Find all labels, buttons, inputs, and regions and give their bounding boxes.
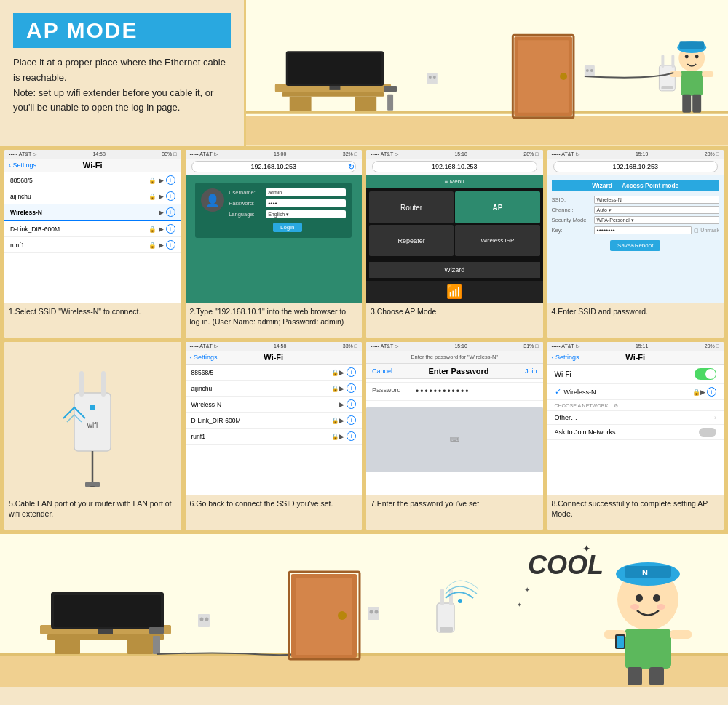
steps-row-2: wifi 5.Cable LAN port of your router wit… xyxy=(0,342,728,534)
svg-text:wifi: wifi xyxy=(87,421,98,429)
svg-rect-84 xyxy=(670,630,692,639)
svg-point-80 xyxy=(630,604,639,610)
step-5-box: wifi 5.Cable LAN port of your router wit… xyxy=(4,342,181,530)
svg-point-63 xyxy=(370,610,373,614)
svg-point-69 xyxy=(458,599,462,603)
svg-point-81 xyxy=(657,604,665,610)
svg-rect-86 xyxy=(617,636,624,648)
svg-rect-0 xyxy=(246,113,728,146)
step-3-screen: ••••• AT&T ▷15:1828% □ 192.168.10.253 ≡ … xyxy=(366,150,543,303)
step-7-screen: ••••• AT&T ▷15:1031% □ Enter the passwor… xyxy=(366,342,543,495)
svg-rect-54 xyxy=(149,627,164,634)
svg-rect-66 xyxy=(440,589,444,605)
svg-rect-4 xyxy=(282,92,384,97)
svg-rect-43 xyxy=(0,654,728,687)
step-1-caption: 1.Select SSID "Wireless-N" to connect. xyxy=(4,303,181,338)
svg-rect-33 xyxy=(702,71,713,77)
step-6-box: ••••• AT&T ▷14:5833% □ ‹ Settings Wi-Fi … xyxy=(186,342,363,530)
step-1-screen: ••••• AT&T ▷14:5833% □ ‹ Settings Wi-Fi … xyxy=(4,150,181,303)
step-8-caption: 8.Connect successfully to complete setti… xyxy=(547,495,724,530)
step-2-screen: ••••• AT&T ▷15:0032% □ 192.168.10.253 ↻ … xyxy=(186,150,363,303)
step-3-box: ••••• AT&T ▷15:1828% □ 192.168.10.253 ≡ … xyxy=(366,150,543,338)
top-left-panel: AP MODE Place it at a proper place where… xyxy=(0,0,244,146)
step-7-box: ••••• AT&T ▷15:1031% □ Enter the passwor… xyxy=(366,342,543,530)
svg-rect-31 xyxy=(681,71,703,96)
svg-point-79 xyxy=(653,594,660,602)
svg-rect-8 xyxy=(288,53,381,84)
svg-rect-87 xyxy=(628,667,642,685)
svg-rect-67 xyxy=(449,589,453,605)
svg-point-21 xyxy=(590,69,593,72)
steps-row-1: ••••• AT&T ▷14:5833% □ ‹ Settings Wi-Fi … xyxy=(0,146,728,342)
svg-rect-88 xyxy=(649,667,664,685)
bottom-svg: COOL ✦ ✦ ✦ N xyxy=(0,534,728,687)
svg-rect-37 xyxy=(79,371,84,397)
step-2-caption: 2.Type "192.168.10.1" into the web brows… xyxy=(186,303,363,338)
svg-rect-10 xyxy=(387,95,393,111)
step-5-screen: wifi xyxy=(4,342,181,495)
svg-rect-45 xyxy=(0,653,728,656)
svg-rect-25 xyxy=(661,86,673,89)
svg-rect-34 xyxy=(682,95,691,113)
svg-rect-23 xyxy=(661,55,664,68)
svg-rect-12 xyxy=(427,73,438,84)
step-4-caption: 4.Enter SSID and password. xyxy=(547,303,724,338)
step-1-box: ••••• AT&T ▷14:5833% □ ‹ Settings Wi-Fi … xyxy=(4,150,181,338)
svg-rect-82 xyxy=(625,629,671,669)
svg-point-29 xyxy=(685,55,689,59)
svg-text:N: N xyxy=(642,568,648,577)
top-section: AP MODE Place it at a proper place where… xyxy=(0,0,728,146)
svg-point-30 xyxy=(695,55,699,59)
svg-rect-9 xyxy=(329,86,340,90)
svg-point-13 xyxy=(429,76,432,79)
step-8-box: ••••• AT&T ▷15:1129% □ ‹ Settings Wi-Fi … xyxy=(547,342,724,530)
step-4-box: ••••• AT&T ▷15:1928% □ 192.168.10.253 Wi… xyxy=(547,150,724,338)
svg-rect-62 xyxy=(368,607,379,620)
svg-rect-11 xyxy=(384,86,397,92)
top-description: Place it at a proper place where the Eth… xyxy=(13,55,231,116)
svg-rect-47 xyxy=(47,634,164,640)
svg-rect-52 xyxy=(98,629,113,634)
svg-rect-5 xyxy=(290,97,312,111)
svg-text:COOL: COOL xyxy=(528,550,604,580)
svg-rect-48 xyxy=(55,640,80,654)
svg-rect-28 xyxy=(679,41,704,49)
svg-text:✦: ✦ xyxy=(517,602,522,608)
svg-rect-49 xyxy=(127,640,153,654)
svg-rect-2 xyxy=(246,111,728,114)
svg-point-20 xyxy=(586,69,589,72)
step-6-screen: ••••• AT&T ▷14:5833% □ ‹ Settings Wi-Fi … xyxy=(186,342,363,495)
step-7-caption: 7.Enter the password you've set xyxy=(366,495,543,530)
step-8-screen: ••••• AT&T ▷15:1129% □ ‹ Settings Wi-Fi … xyxy=(547,342,724,495)
ap-mode-badge: AP MODE xyxy=(13,13,231,48)
step-5-caption: 5.Cable LAN port of your router with LAN… xyxy=(4,495,181,530)
svg-rect-19 xyxy=(585,65,595,77)
svg-rect-68 xyxy=(440,627,453,632)
svg-rect-35 xyxy=(692,95,701,113)
svg-point-64 xyxy=(375,610,379,614)
svg-point-14 xyxy=(433,76,436,79)
svg-rect-55 xyxy=(198,614,210,627)
svg-point-60 xyxy=(338,611,347,620)
svg-point-56 xyxy=(200,618,204,621)
step-3-caption: 3.Choose AP Mode xyxy=(366,303,543,338)
svg-rect-51 xyxy=(54,595,161,627)
top-illustration xyxy=(244,0,728,146)
svg-text:✦: ✦ xyxy=(582,543,591,554)
svg-rect-32 xyxy=(670,71,681,77)
svg-point-57 xyxy=(205,618,209,621)
svg-text:✦: ✦ xyxy=(524,586,530,594)
svg-rect-38 xyxy=(101,371,106,397)
step-6-caption: 6.Go back to connect the SSID you've set… xyxy=(186,495,363,530)
bottom-illustration: COOL ✦ ✦ ✦ N xyxy=(0,534,728,687)
step-2-box: ••••• AT&T ▷15:0032% □ 192.168.10.253 ↻ … xyxy=(186,150,363,338)
svg-rect-6 xyxy=(355,97,376,111)
svg-rect-76 xyxy=(625,566,671,578)
svg-point-78 xyxy=(636,594,643,602)
svg-point-40 xyxy=(90,405,95,410)
svg-rect-53 xyxy=(153,636,160,654)
svg-marker-42 xyxy=(90,486,95,487)
room-svg xyxy=(246,0,728,146)
svg-rect-24 xyxy=(671,55,674,68)
svg-point-17 xyxy=(560,73,567,80)
